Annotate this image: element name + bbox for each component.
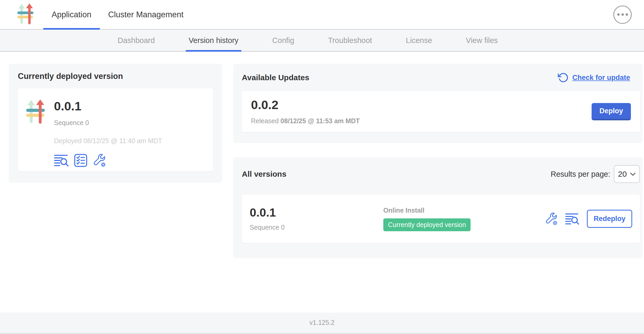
redeploy-button[interactable]: Redeploy xyxy=(587,210,632,228)
release-notes-icon[interactable] xyxy=(54,154,69,167)
all-versions-panel: All versions Results per page: 20 0.0.1 … xyxy=(233,157,643,258)
main-content: Currently deployed version 0.0.1 Sequenc… xyxy=(0,52,644,313)
deployed-version-number: 0.0.1 xyxy=(54,100,162,112)
version-row: 0.0.1 Sequence 0 Online Install Currentl… xyxy=(242,195,640,243)
deployed-sequence: Sequence 0 xyxy=(54,119,162,127)
currently-deployed-title: Currently deployed version xyxy=(18,72,213,81)
preflight-checks-icon[interactable] xyxy=(74,154,87,167)
currently-deployed-badge: Currently deployed version xyxy=(383,218,471,231)
right-column: Available Updates Check for update 0.0.2… xyxy=(233,64,643,313)
tab-cluster-management[interactable]: Cluster Management xyxy=(100,0,192,29)
update-released-line: Released 08/12/25 @ 11:53 am MDT xyxy=(251,117,360,125)
tab-application[interactable]: Application xyxy=(43,0,100,29)
app-footer: v1.125.2 xyxy=(0,313,644,334)
header-tabs: Application Cluster Management xyxy=(43,0,192,29)
subnav-item-version-history[interactable]: Version history xyxy=(186,30,241,51)
overflow-menu-button[interactable] xyxy=(613,6,632,24)
row-version-number: 0.0.1 xyxy=(250,207,383,218)
ellipsis-icon xyxy=(617,13,620,16)
app-logo-icon xyxy=(26,99,46,126)
chevron-down-icon xyxy=(630,173,636,176)
update-version-number: 0.0.2 xyxy=(251,99,360,111)
available-updates-panel: Available Updates Check for update 0.0.2… xyxy=(233,64,643,143)
row-install-type: Online Install xyxy=(383,207,545,214)
check-for-update-link[interactable]: Check for update xyxy=(558,72,630,83)
subnav-item-license[interactable]: License xyxy=(403,30,435,51)
deployed-version-card: 0.0.1 Sequence 0 Deployed 08/12/25 @ 11:… xyxy=(18,88,213,171)
deployed-timestamp: Deployed 08/12/25 @ 11:40 am MDT xyxy=(54,137,162,145)
app-logo-icon xyxy=(15,3,37,26)
edit-config-icon[interactable] xyxy=(92,154,106,167)
subnav-item-dashboard[interactable]: Dashboard xyxy=(115,30,158,51)
console-version: v1.125.2 xyxy=(309,319,335,326)
deploy-button[interactable]: Deploy xyxy=(592,103,631,120)
subnav-item-config[interactable]: Config xyxy=(269,30,297,51)
deployed-actions xyxy=(54,154,162,167)
results-per-page-label: Results per page: xyxy=(551,170,610,179)
update-card: 0.0.2 Released 08/12/25 @ 11:53 am MDT D… xyxy=(242,91,640,132)
subnav-item-troubleshoot[interactable]: Troubleshoot xyxy=(325,30,375,51)
app-header: Application Cluster Management xyxy=(0,0,644,30)
results-per-page-select[interactable]: 20 xyxy=(614,165,640,183)
row-sequence: Sequence 0 xyxy=(250,224,383,231)
currently-deployed-panel: Currently deployed version 0.0.1 Sequenc… xyxy=(9,64,222,183)
subnav-item-view-files[interactable]: View files xyxy=(463,30,501,51)
release-notes-icon[interactable] xyxy=(565,213,580,225)
all-versions-title: All versions xyxy=(242,170,286,179)
refresh-icon xyxy=(558,72,569,83)
available-updates-title: Available Updates xyxy=(242,73,309,82)
edit-config-icon[interactable] xyxy=(545,212,558,225)
row-actions: Redeploy xyxy=(545,210,632,228)
app-subnav: Dashboard Version history Config Trouble… xyxy=(0,30,644,52)
